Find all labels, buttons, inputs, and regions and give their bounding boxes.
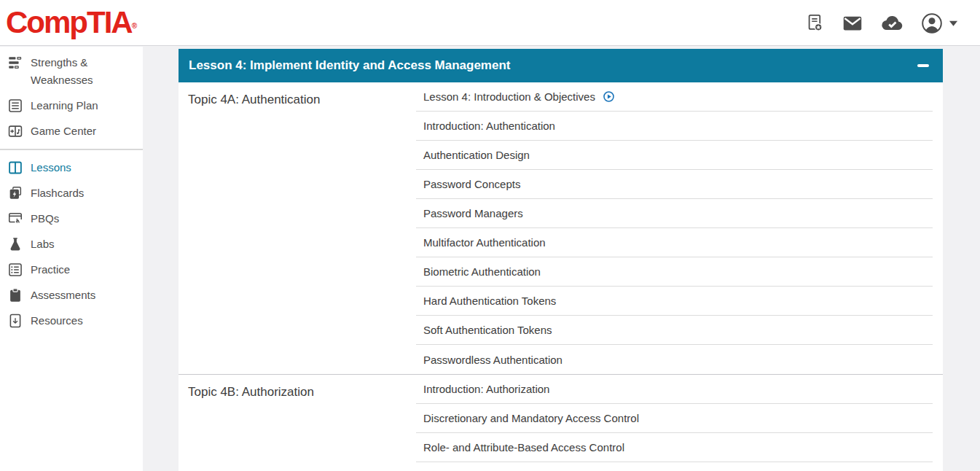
lesson-item[interactable]: Lesson 4: Introduction & Objectives (416, 82, 933, 112)
lesson-item[interactable]: Introduction: Authentication (416, 112, 933, 141)
lesson-item[interactable]: Discretionary and Mandatory Access Contr… (416, 404, 933, 433)
sidebar-item-label: Assessments (31, 287, 95, 304)
account-icon (920, 12, 944, 35)
flashcards-icon (7, 185, 23, 201)
topic-item-list: Lesson 4: Introduction & Objectives Intr… (416, 82, 933, 374)
play-icon[interactable] (603, 90, 615, 103)
resources-icon (7, 313, 23, 329)
sidebar-item-label: Resources (31, 312, 83, 330)
lesson-item[interactable]: Authentication Design (416, 141, 933, 170)
topic-item-list: Introduction: Authorization Discretionar… (416, 375, 933, 471)
header-icon-bar (805, 0, 958, 46)
sidebar-item-label: PBQs (31, 210, 59, 227)
game-center-icon (7, 123, 23, 139)
sidebar-item-assessments[interactable]: Assessments (0, 283, 143, 308)
sidebar-divider (0, 149, 143, 150)
sidebar-item-pbqs[interactable]: PBQs (0, 206, 143, 232)
sidebar-item-lessons[interactable]: Lessons (0, 155, 143, 181)
sidebar-item-label: Flashcards (31, 184, 84, 202)
registered-mark: ® (132, 22, 137, 30)
lesson-item[interactable]: Passwordless Authentication (416, 345, 933, 374)
pbqs-icon (7, 211, 23, 227)
lesson-panel: Lesson 4: Implement Identity and Access … (179, 49, 943, 471)
labs-icon (7, 236, 23, 252)
lesson-item-label: Authentication Design (423, 149, 530, 161)
lesson-header[interactable]: Lesson 4: Implement Identity and Access … (179, 49, 943, 82)
sidebar-item-labs[interactable]: Labs (0, 232, 143, 257)
topic-title: Topic 4A: Authentication (179, 82, 416, 374)
lesson-item[interactable]: Password Concepts (416, 170, 933, 199)
lesson-item-label: Multifactor Authentication (423, 236, 546, 249)
lesson-title: Lesson 4: Implement Identity and Access … (189, 58, 917, 73)
cloud-check-icon[interactable] (880, 12, 903, 35)
minus-icon (917, 64, 929, 67)
sidebar-item-label: Practice (31, 261, 70, 279)
collapse-button[interactable] (917, 59, 930, 72)
assessments-icon (7, 287, 23, 303)
lesson-item[interactable]: Biometric Authentication (416, 257, 933, 287)
lesson-item[interactable]: Rule-Based Access Control (416, 462, 933, 471)
sidebar-item-strengths-weaknesses[interactable]: Strengths & Weaknesses (0, 50, 143, 93)
lesson-item-label: Soft Authentication Tokens (423, 324, 552, 336)
topic-section-4b: Topic 4B: Authorization Introduction: Au… (179, 375, 943, 471)
lesson-item-label: Discretionary and Mandatory Access Contr… (423, 412, 639, 424)
strengths-weaknesses-icon (7, 55, 23, 71)
sidebar-item-game-center[interactable]: Game Center (0, 119, 143, 144)
sidebar-item-resources[interactable]: Resources (0, 308, 143, 334)
sidebar-item-label: Game Center (31, 122, 96, 140)
caret-down-icon (949, 20, 958, 27)
lesson-item-label: Lesson 4: Introduction & Objectives (423, 90, 595, 103)
mail-icon[interactable] (842, 12, 863, 34)
lesson-item-label: Biometric Authentication (423, 265, 541, 278)
lesson-item-label: Password Managers (423, 207, 523, 219)
lesson-item-label: Introduction: Authorization (423, 383, 549, 395)
sidebar: Strengths & Weaknesses Learning Plan Gam… (0, 47, 143, 471)
lesson-item[interactable]: Password Managers (416, 199, 933, 228)
comptia-logo[interactable]: CompTIA® (6, 3, 137, 46)
lesson-item[interactable]: Multifactor Authentication (416, 228, 933, 257)
lessons-icon (7, 160, 23, 176)
sidebar-item-label: Labs (31, 236, 55, 253)
sidebar-item-practice[interactable]: Practice (0, 257, 143, 283)
sidebar-item-label: Lessons (31, 159, 71, 176)
lesson-item-label: Introduction: Authentication (423, 120, 555, 132)
lesson-item-label: Passwordless Authentication (423, 354, 562, 366)
sidebar-item-learning-plan[interactable]: Learning Plan (0, 93, 143, 119)
sidebar-item-label: Strengths & Weaknesses (31, 54, 119, 89)
topic-title: Topic 4B: Authorization (179, 375, 416, 471)
lesson-item[interactable]: Soft Authentication Tokens (416, 316, 933, 345)
lesson-item[interactable]: Role- and Attribute-Based Access Control (416, 433, 933, 462)
account-menu[interactable] (920, 12, 958, 35)
top-header: CompTIA® (0, 0, 980, 46)
report-icon[interactable] (805, 13, 825, 33)
sidebar-item-label: Learning Plan (31, 97, 98, 114)
lesson-item[interactable]: Hard Authentication Tokens (416, 287, 933, 316)
lesson-item-label: Role- and Attribute-Based Access Control (423, 441, 624, 454)
topic-section-4a: Topic 4A: Authentication Lesson 4: Intro… (179, 82, 943, 374)
learning-plan-icon (7, 98, 23, 114)
lesson-item[interactable]: Introduction: Authorization (416, 375, 933, 404)
sidebar-item-flashcards[interactable]: Flashcards (0, 181, 143, 206)
practice-icon (7, 262, 23, 278)
lesson-item-label: Hard Authentication Tokens (423, 295, 556, 307)
lesson-item-label: Password Concepts (423, 178, 520, 190)
